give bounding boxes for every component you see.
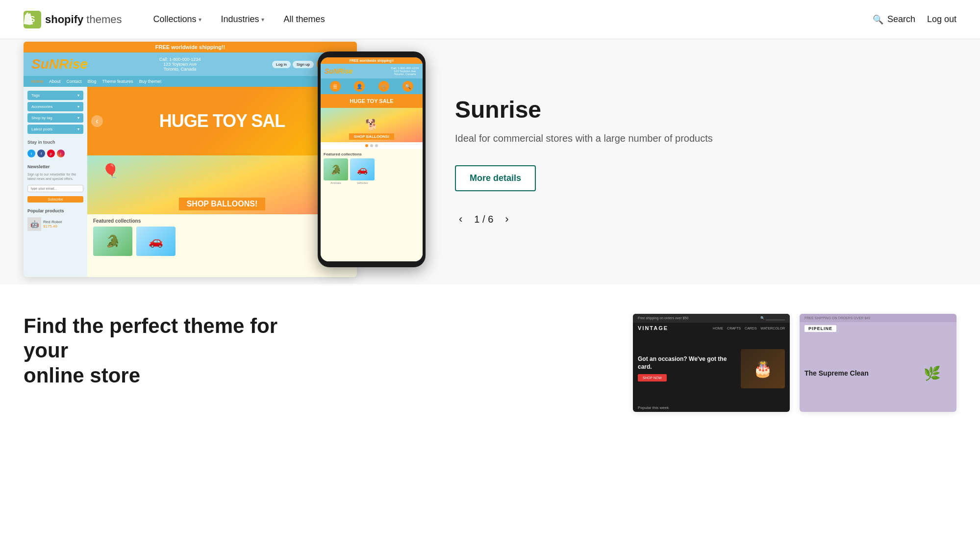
- sunrise-logo: SuNRise: [31, 56, 88, 72]
- sidebar-shop-by-tag[interactable]: Shop by tag ▾: [27, 113, 83, 123]
- dot-1: [365, 144, 368, 147]
- mobile-user-icon[interactable]: 👤: [354, 81, 365, 92]
- dot-3: [375, 144, 378, 147]
- product-row: 🤖 Red Robot $175.49: [27, 217, 83, 231]
- product-thumb: 🤖: [27, 217, 41, 231]
- nav-theme-features[interactable]: Theme features: [102, 79, 133, 84]
- nav-buy-theme[interactable]: Buy theme!: [139, 79, 162, 84]
- popular-label: Popular products: [27, 208, 83, 213]
- lower-text: Find the perfect theme for youronline st…: [24, 314, 603, 388]
- twitter-icon[interactable]: t: [27, 150, 35, 157]
- product-price: $175.49: [43, 224, 62, 229]
- header: S shopify themes Collections ▾ Industrie…: [0, 0, 980, 39]
- stay-in-touch-label: Stay in touch: [27, 140, 83, 145]
- pipeline-top-bar-text: FREE SHIPPING ON ORDERS OVER $49: [804, 316, 870, 320]
- banner-prev-btn[interactable]: ‹: [91, 115, 103, 127]
- newsletter-desc: Sign up to our newsletter for the latest…: [27, 172, 83, 181]
- subscribe-btn[interactable]: Subscribe: [27, 196, 83, 203]
- email-input[interactable]: [27, 185, 83, 192]
- logo-text: shopify themes: [45, 13, 122, 26]
- featured-item-2: 🚗: [136, 227, 176, 256]
- nav-about[interactable]: About: [49, 79, 61, 84]
- shopify-icon: S: [24, 11, 41, 28]
- mobile-nav-bar: ☰ 👤 🛒 🔍: [321, 78, 423, 94]
- mobile-featured-label-2: Vehicles: [350, 181, 375, 184]
- mobile-logo: SuNRise: [325, 67, 353, 75]
- theme-info: Sunrise Ideal for commercial stores with…: [426, 76, 956, 247]
- theme-previews-grid: Free shipping on orders over $50 🔍 _____…: [633, 314, 956, 412]
- mobile-cart-icon[interactable]: 🛒: [378, 81, 389, 92]
- mobile-contact: Call: 1-800-000-1234123 Toytown AveToron…: [391, 67, 419, 76]
- featured-label: Featured collections: [93, 218, 351, 224]
- mobile-featured-2: 🚗: [350, 158, 375, 180]
- featured-item-1: 🐊: [93, 227, 132, 256]
- login-btn[interactable]: Log in: [272, 61, 291, 68]
- mobile-banner: HUGE TOY SALE: [321, 94, 423, 108]
- collections-nav-item[interactable]: Collections ▾: [146, 10, 209, 28]
- nav-blog[interactable]: Blog: [88, 79, 97, 84]
- hero-section: FREE worldwide shipping!! SuNRise Call: …: [0, 39, 980, 284]
- dot-2: [370, 144, 373, 147]
- top-shipping-bar: FREE worldwide shipping!!: [24, 42, 357, 52]
- more-details-button[interactable]: More details: [455, 165, 536, 191]
- header-actions: 🔍 Search Log out: [873, 14, 956, 25]
- mobile-menu-icon[interactable]: ☰: [330, 81, 341, 92]
- mobile-search-icon[interactable]: 🔍: [402, 81, 413, 92]
- pagination-indicator: 1 / 6: [474, 214, 493, 225]
- search-icon: 🔍: [873, 14, 883, 25]
- industries-nav-item[interactable]: Industries ▾: [213, 10, 272, 28]
- pipeline-product-image: 🌿: [912, 354, 952, 393]
- nav-contact[interactable]: Contact: [67, 79, 82, 84]
- main-nav: Collections ▾ Industries ▾ All themes: [146, 10, 873, 28]
- mobile-carousel-dots: [321, 142, 423, 149]
- collections-chevron-icon: ▾: [199, 16, 201, 23]
- social-icons: t f p i: [27, 148, 83, 159]
- pagination-prev-button[interactable]: ‹: [455, 211, 466, 228]
- vintage-top-bar-text: Free shipping on orders over $50: [638, 316, 688, 320]
- lower-heading: Find the perfect theme for youronline st…: [24, 314, 278, 388]
- theme-preview: FREE worldwide shipping!! SuNRise Call: …: [24, 42, 426, 282]
- vintage-brand: VINTAGE: [638, 325, 668, 331]
- pipeline-brand: PIPELINE: [804, 325, 836, 332]
- signup-btn[interactable]: Sign up: [293, 61, 314, 68]
- pipeline-preview-card[interactable]: FREE SHIPPING ON ORDERS OVER $49 PIPELIN…: [800, 314, 956, 412]
- pagination-next-button[interactable]: ›: [501, 211, 512, 228]
- lower-section: Find the perfect theme for youronline st…: [0, 284, 980, 441]
- sidebar-latest-posts[interactable]: Latest posts ▾: [27, 125, 83, 134]
- sidebar-accessories[interactable]: Accessories ▾: [27, 102, 83, 111]
- logo[interactable]: S shopify themes: [24, 11, 122, 28]
- pipeline-headline: The Supreme Clean: [804, 369, 907, 378]
- search-button[interactable]: 🔍 Search: [873, 14, 915, 25]
- newsletter-label: Newsletter: [27, 164, 83, 169]
- vintage-popular-week: Popular this week: [633, 404, 790, 412]
- all-themes-nav-item[interactable]: All themes: [276, 10, 333, 28]
- mobile-balloon-section: 🐕 SHOP BALLOONS!: [321, 108, 423, 142]
- vintage-image: 🎂: [741, 349, 785, 388]
- pagination: ‹ 1 / 6 ›: [455, 211, 927, 228]
- sidebar-tags[interactable]: Tags ▾: [27, 91, 83, 100]
- mobile-featured-1: 🐊: [324, 158, 348, 180]
- theme-description: Ideal for commercial stores with a large…: [455, 131, 927, 146]
- banner-text: HUGE TOY SAL: [159, 111, 285, 131]
- balloon-decoration: 🎈: [102, 163, 119, 179]
- instagram-icon[interactable]: i: [57, 150, 65, 157]
- vintage-search-area: 🔍 __________: [760, 316, 785, 320]
- mobile-featured-label-1: Animals: [324, 181, 348, 184]
- balloon-label: SHOP BALLOONS!: [179, 198, 266, 210]
- vintage-cta-button[interactable]: SHOP NOW: [638, 374, 667, 381]
- vintage-preview-card[interactable]: Free shipping on orders over $50 🔍 _____…: [633, 314, 790, 412]
- theme-title: Sunrise: [455, 96, 927, 123]
- pinterest-icon[interactable]: p: [47, 150, 55, 157]
- nav-home[interactable]: Home: [31, 79, 43, 84]
- mobile-featured: Featured collections 🐊 Animals 🚗 Vehicle…: [321, 149, 423, 261]
- vintage-nav-links: HOME CRAFTS CARDS WATERCOLOR: [713, 327, 785, 330]
- contact-info: Call: 1-800-000-1234 123 Toytown Ave Tor…: [159, 57, 201, 72]
- industries-chevron-icon: ▾: [261, 16, 264, 23]
- vintage-tagline: Got an occasion? We've got the card.: [638, 356, 736, 371]
- svg-text:S: S: [30, 15, 35, 24]
- desktop-preview: FREE worldwide shipping!! SuNRise Call: …: [24, 42, 357, 277]
- mobile-preview: FREE worldwide shipping!! SuNRise Call: …: [318, 51, 426, 267]
- logout-button[interactable]: Log out: [927, 14, 956, 25]
- facebook-icon[interactable]: f: [37, 150, 45, 157]
- mobile-top-bar: FREE worldwide shipping!!: [321, 57, 423, 64]
